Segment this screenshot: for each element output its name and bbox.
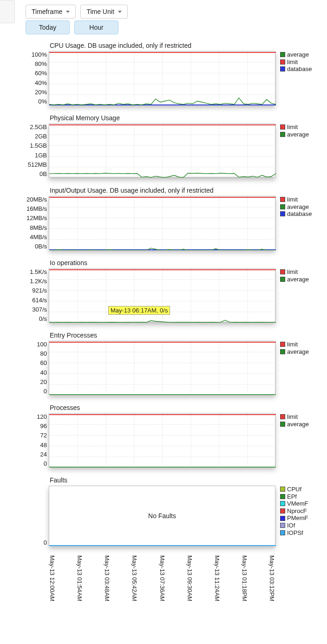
- plot-area[interactable]: [49, 196, 275, 250]
- legend-swatch: [280, 516, 285, 521]
- y-tick-label: 20: [21, 378, 47, 385]
- y-tick-label: 20MB/s: [21, 196, 47, 203]
- y-tick-label: 1.2K/s: [21, 278, 47, 285]
- legend-item-limit[interactable]: limit: [280, 124, 309, 131]
- legend-item-cpuf[interactable]: CPUf: [280, 486, 308, 493]
- y-tick-label: 2.5GB: [21, 124, 47, 130]
- legend-label: average: [287, 51, 309, 59]
- timeunit-dropdown[interactable]: Time Unit: [80, 5, 127, 19]
- y-tick-label: 96: [21, 423, 47, 429]
- plot-area[interactable]: [49, 341, 275, 395]
- y-tick-label: 614/s: [21, 297, 47, 304]
- timeframe-dropdown[interactable]: Timeframe: [26, 5, 76, 19]
- plot-area[interactable]: [49, 413, 275, 467]
- legend-label: VMemF: [287, 500, 308, 507]
- legend-item-limit[interactable]: limit: [280, 268, 309, 276]
- legend: limitaverage: [280, 268, 309, 283]
- legend-item-iopsf[interactable]: IOPSf: [280, 529, 308, 537]
- y-tick-label: 80%: [21, 60, 47, 67]
- y-tick-label: 0/s: [21, 315, 47, 322]
- legend-swatch: [280, 530, 285, 535]
- y-tick-label: 8MB/s: [21, 224, 47, 231]
- legend-swatch: [280, 211, 285, 216]
- chevron-down-icon: [66, 11, 70, 13]
- legend-swatch: [280, 59, 285, 65]
- chart-title: Input/Output Usage. DB usage included, o…: [50, 187, 323, 194]
- legend: limitaverage: [280, 413, 309, 428]
- y-tick-label: 512MB: [21, 161, 47, 168]
- legend-swatch: [280, 277, 285, 282]
- legend-label: PMemF: [287, 514, 308, 522]
- legend-swatch: [280, 342, 285, 347]
- legend-swatch: [280, 422, 285, 427]
- y-tick-label: 40%: [21, 79, 47, 86]
- plot-area[interactable]: No Faults: [49, 486, 275, 546]
- legend-label: IOf: [287, 522, 295, 529]
- timeframe-value-pill[interactable]: Today: [26, 20, 70, 34]
- y-tick-label: 60%: [21, 70, 47, 77]
- x-tick-label: May-13 11:24AM: [214, 555, 221, 601]
- legend-item-average[interactable]: average: [280, 421, 309, 428]
- legend-item-limit[interactable]: limit: [280, 341, 309, 348]
- side-tab[interactable]: [0, 0, 15, 23]
- y-tick-label: 0B/s: [21, 243, 47, 250]
- legend-item-vmemf[interactable]: VMemF: [280, 500, 308, 507]
- y-tick-label: 24: [21, 451, 47, 458]
- y-tick-label: 1GB: [21, 152, 47, 159]
- legend-label: average: [287, 421, 309, 428]
- legend-item-average[interactable]: average: [280, 203, 312, 211]
- legend-item-nprocf[interactable]: NprocF: [280, 507, 308, 515]
- legend-swatch: [280, 501, 285, 506]
- legend-swatch: [280, 523, 285, 528]
- legend: CPUfEPfVMemFNprocFPMemFIOfIOPSf: [280, 486, 308, 536]
- legend-label: average: [287, 203, 309, 211]
- legend-swatch: [280, 349, 285, 354]
- plot-area[interactable]: [49, 124, 275, 177]
- chart-title: CPU Usage. DB usage included, only if re…: [50, 42, 323, 49]
- legend-item-database[interactable]: database: [280, 210, 312, 218]
- legend-item-iof[interactable]: IOf: [280, 522, 308, 529]
- legend-item-average[interactable]: average: [280, 348, 309, 356]
- y-tick-label: 72: [21, 432, 47, 439]
- chart-title: Physical Memory Usage: [50, 114, 323, 122]
- plot-area[interactable]: [49, 51, 275, 105]
- legend-item-average[interactable]: average: [280, 51, 312, 59]
- legend-swatch: [280, 494, 285, 499]
- y-tick-label: 307/s: [21, 306, 47, 313]
- legend-item-limit[interactable]: limit: [280, 196, 312, 203]
- legend-item-epf[interactable]: EPf: [280, 493, 308, 501]
- timeunit-value-pill[interactable]: Hour: [74, 20, 118, 34]
- legend-item-limit[interactable]: limit: [280, 59, 312, 66]
- legend-item-limit[interactable]: limit: [280, 413, 309, 421]
- x-tick-label: May-13 03:48AM: [104, 555, 111, 601]
- chart-title: Entry Processes: [50, 332, 323, 339]
- legend-label: database: [287, 65, 312, 73]
- legend-swatch: [280, 204, 285, 209]
- no-faults-label: No Faults: [148, 512, 176, 520]
- chart-title: Processes: [50, 404, 323, 411]
- legend-item-database[interactable]: database: [280, 65, 312, 73]
- x-tick-label: May-13 09:30AM: [186, 555, 193, 601]
- legend-label: average: [287, 131, 309, 138]
- legend-item-average[interactable]: average: [280, 276, 309, 283]
- x-tick-label: May-13 12:00AM: [49, 555, 56, 601]
- legend-item-pmemf[interactable]: PMemF: [280, 514, 308, 522]
- legend-label: limit: [287, 59, 298, 66]
- legend-label: average: [287, 348, 309, 356]
- y-tick-label: 1.5GB: [21, 142, 47, 149]
- x-tick-label: May-13 07:36AM: [159, 555, 166, 601]
- y-tick-label: 2GB: [21, 133, 47, 140]
- chart-5: Processes120967248240limitaverage: [21, 404, 323, 467]
- legend-label: limit: [287, 341, 298, 348]
- legend-swatch: [280, 124, 285, 130]
- legend-swatch: [280, 414, 285, 419]
- x-tick-label: May-13 01:54AM: [76, 555, 83, 601]
- chart-2: Input/Output Usage. DB usage included, o…: [21, 187, 323, 250]
- chart-0: CPU Usage. DB usage included, only if re…: [21, 42, 323, 105]
- y-tick-label: 0B: [21, 170, 47, 177]
- legend-item-average[interactable]: average: [280, 131, 309, 138]
- plot-area[interactable]: May-13 06:17AM, 0/s: [49, 268, 275, 322]
- legend-label: NprocF: [287, 507, 307, 515]
- y-tick-label: 80: [21, 350, 47, 357]
- timeframe-dropdown-label: Timeframe: [32, 8, 62, 15]
